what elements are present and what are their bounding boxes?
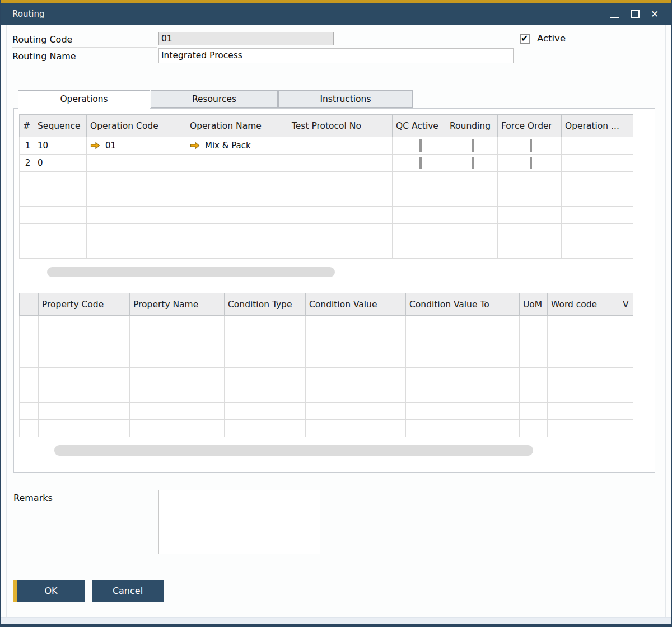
empty-cell[interactable] [225, 420, 306, 437]
empty-cell[interactable] [87, 224, 186, 241]
empty-cell[interactable] [288, 224, 393, 241]
col-header-uom[interactable]: UoM [520, 293, 548, 316]
empty-cell[interactable] [306, 350, 406, 368]
empty-cell[interactable] [406, 385, 520, 403]
empty-cell[interactable] [498, 224, 562, 241]
empty-cell[interactable] [619, 403, 633, 420]
row-selector-cell[interactable] [20, 385, 39, 403]
test-protocol-cell[interactable] [288, 155, 393, 172]
empty-cell[interactable] [87, 172, 186, 189]
empty-cell[interactable] [225, 350, 306, 368]
empty-cell[interactable] [186, 241, 288, 259]
empty-cell[interactable] [186, 172, 288, 189]
empty-cell[interactable] [548, 420, 619, 437]
cancel-button[interactable]: Cancel [92, 580, 164, 602]
routing-name-field[interactable]: Integrated Process [158, 48, 514, 63]
col-header-condition-value[interactable]: Condition Value [306, 293, 406, 316]
maximize-icon[interactable] [628, 3, 643, 25]
minimize-icon[interactable] [608, 3, 623, 25]
sequence-cell[interactable]: 0 [34, 155, 87, 172]
empty-cell[interactable] [548, 403, 619, 420]
empty-cell[interactable] [406, 350, 520, 368]
col-header-sequence[interactable]: Sequence [34, 115, 87, 137]
empty-cell[interactable] [619, 316, 633, 333]
empty-cell[interactable] [406, 368, 520, 385]
row-number-cell[interactable] [20, 172, 34, 189]
force-order-checkbox[interactable] [530, 157, 532, 169]
row-number-cell[interactable] [20, 207, 34, 224]
operation-name-cell[interactable] [186, 155, 288, 172]
empty-cell[interactable] [130, 385, 225, 403]
empty-cell[interactable] [306, 420, 406, 437]
empty-cell[interactable] [446, 224, 498, 241]
operation-code-cell[interactable]: 01 [87, 137, 186, 155]
col-header-force-order[interactable]: Force Order [498, 115, 562, 137]
empty-cell[interactable] [393, 189, 446, 207]
empty-cell[interactable] [39, 316, 130, 333]
empty-cell[interactable] [562, 241, 633, 259]
titlebar[interactable]: Routing ✕ [1, 3, 671, 25]
col-header-operation-more[interactable]: Operation ... [562, 115, 633, 137]
row-selector-cell[interactable] [20, 350, 39, 368]
empty-cell[interactable] [39, 333, 130, 350]
col-header-property-code[interactable]: Property Code [39, 293, 130, 316]
empty-cell[interactable] [87, 189, 186, 207]
empty-cell[interactable] [520, 420, 548, 437]
empty-cell[interactable] [406, 403, 520, 420]
empty-cell[interactable] [393, 172, 446, 189]
sequence-cell[interactable]: 10 [34, 137, 87, 155]
col-header-word-code[interactable]: Word code [548, 293, 619, 316]
qc-active-checkbox[interactable] [419, 139, 422, 152]
qc-active-cell[interactable] [393, 155, 446, 172]
empty-cell[interactable] [446, 241, 498, 259]
empty-cell[interactable] [39, 368, 130, 385]
empty-cell[interactable] [406, 420, 520, 437]
empty-cell[interactable] [225, 385, 306, 403]
force-order-checkbox[interactable] [530, 139, 532, 152]
force-order-cell[interactable] [498, 155, 562, 172]
col-header-property-name[interactable]: Property Name [130, 293, 225, 316]
tab-resources[interactable]: Resources [151, 90, 278, 108]
qc-active-checkbox[interactable] [419, 157, 422, 169]
active-checkbox[interactable] [520, 34, 530, 44]
empty-cell[interactable] [548, 316, 619, 333]
empty-cell[interactable] [186, 189, 288, 207]
empty-cell[interactable] [619, 333, 633, 350]
empty-cell[interactable] [520, 316, 548, 333]
operation-name-cell[interactable]: Mix & Pack [186, 137, 288, 155]
empty-cell[interactable] [562, 207, 633, 224]
operation-more-cell[interactable] [562, 137, 633, 155]
empty-cell[interactable] [130, 316, 225, 333]
empty-cell[interactable] [87, 207, 186, 224]
empty-cell[interactable] [498, 189, 562, 207]
empty-cell[interactable] [225, 316, 306, 333]
empty-cell[interactable] [34, 207, 87, 224]
row-selector-cell[interactable] [20, 316, 39, 333]
empty-cell[interactable] [225, 403, 306, 420]
empty-cell[interactable] [446, 172, 498, 189]
col-header-v-truncated[interactable]: V [619, 293, 633, 316]
empty-cell[interactable] [619, 368, 633, 385]
ok-button[interactable]: OK [13, 580, 85, 602]
col-header-condition-type[interactable]: Condition Type [225, 293, 306, 316]
empty-cell[interactable] [548, 368, 619, 385]
empty-cell[interactable] [619, 385, 633, 403]
empty-cell[interactable] [34, 172, 87, 189]
empty-cell[interactable] [306, 316, 406, 333]
empty-cell[interactable] [520, 403, 548, 420]
row-number-cell[interactable] [20, 241, 34, 259]
empty-cell[interactable] [548, 333, 619, 350]
row-number-cell[interactable]: 1 [20, 137, 34, 155]
empty-cell[interactable] [520, 368, 548, 385]
empty-cell[interactable] [498, 172, 562, 189]
empty-cell[interactable] [548, 385, 619, 403]
qc-active-cell[interactable] [393, 137, 446, 155]
empty-cell[interactable] [186, 207, 288, 224]
col-header-test-protocol-no[interactable]: Test Protocol No [288, 115, 393, 137]
empty-cell[interactable] [393, 241, 446, 259]
operation-more-cell[interactable] [562, 155, 633, 172]
empty-cell[interactable] [306, 385, 406, 403]
empty-cell[interactable] [34, 224, 87, 241]
link-arrow-icon[interactable] [190, 142, 200, 149]
empty-cell[interactable] [520, 350, 548, 368]
